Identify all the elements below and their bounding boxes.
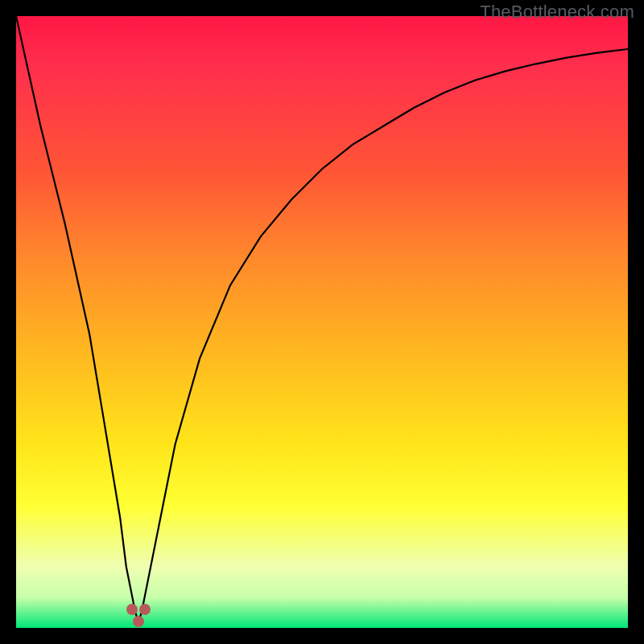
outer-frame: TheBottleneck.com: [0, 0, 644, 644]
curve-svg: [16, 16, 628, 628]
plot-area: [16, 16, 628, 628]
watermark-label: TheBottleneck.com: [480, 2, 634, 23]
bottleneck-curve: [16, 16, 628, 621]
